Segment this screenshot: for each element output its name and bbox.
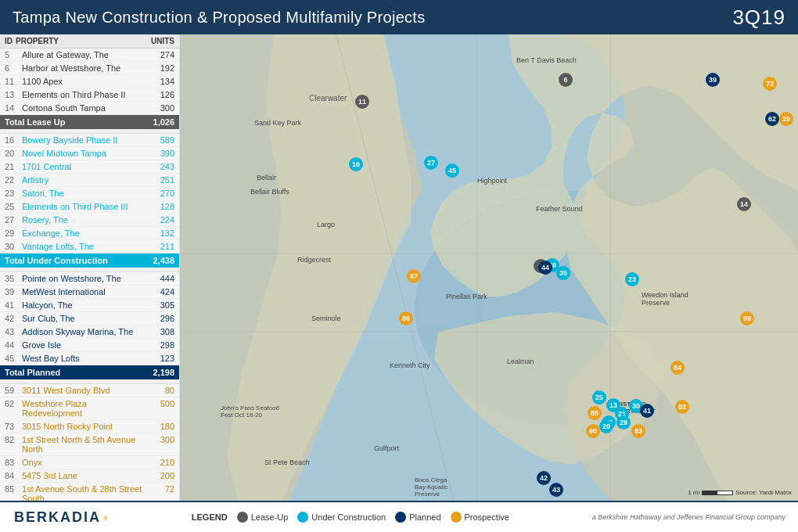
prospective-row-62: 62 Westshore Plaza Redevelopment 500 bbox=[0, 397, 179, 420]
map-label-bocaciega: Boca CiegaBay AquaticPreserve bbox=[415, 476, 448, 498]
legend-leaseup: Lease-Up bbox=[237, 512, 289, 523]
col-property: PROPERTY bbox=[16, 37, 148, 45]
col-id: ID bbox=[5, 37, 13, 45]
scale-line bbox=[702, 491, 733, 495]
marker-27[interactable]: 27 bbox=[424, 156, 438, 170]
construction-row-27: 27 Rosery, The 224 bbox=[0, 214, 179, 227]
marker-23[interactable]: 23 bbox=[625, 272, 639, 286]
legend-leaseup-label: Lease-Up bbox=[251, 512, 289, 522]
marker-29[interactable]: 29 bbox=[616, 415, 631, 430]
legend-planned-dot bbox=[395, 512, 406, 523]
legend-construction-dot bbox=[297, 512, 308, 523]
construction-row-16: 16 Bowery Bayside Phase II 589 bbox=[0, 134, 179, 147]
map-label-gulfport: Gulfport bbox=[374, 444, 399, 452]
quarter-label: 3Q19 bbox=[732, 5, 785, 30]
leaseup-row-11: 11 1100 Apex 134 bbox=[0, 75, 179, 88]
map-label-weedon: Weedon IslandPreserve bbox=[642, 291, 688, 307]
total-leaseup: Total Lease Up 1,026 bbox=[0, 115, 179, 129]
marker-43[interactable]: 43 bbox=[549, 483, 563, 497]
attribution: a Berkshire Hathaway and Jefferies Finan… bbox=[592, 513, 785, 521]
map-label-highpoint: Highpoint bbox=[477, 177, 507, 185]
marker-35[interactable]: 35 bbox=[556, 266, 570, 280]
legend-construction-label: Under Construction bbox=[311, 512, 386, 522]
map-label-largo: Largo bbox=[317, 221, 335, 228]
marker-11[interactable]: 11 bbox=[355, 95, 369, 109]
marker-87[interactable]: 87 bbox=[407, 269, 421, 283]
construction-row-23: 23 Satori, The 270 bbox=[0, 187, 179, 200]
marker-73[interactable]: 73 bbox=[763, 77, 777, 91]
legend-prospective-label: Prospective bbox=[465, 512, 509, 522]
planned-row-39: 39 MetWest International 424 bbox=[0, 286, 179, 299]
marker-83[interactable]: 83 bbox=[631, 424, 645, 438]
legend-prospective-dot bbox=[451, 512, 462, 523]
marker-86[interactable]: 86 bbox=[399, 311, 413, 325]
marker-85[interactable]: 85 bbox=[588, 406, 602, 420]
legend-leaseup-dot bbox=[237, 512, 248, 523]
planned-row-41: 41 Halcyon, The 305 bbox=[0, 299, 179, 312]
map-label-johnspass: John's Pass SeafoodFest Oct 18-20 bbox=[221, 404, 279, 419]
construction-row-22: 22 Artistry 251 bbox=[0, 174, 179, 187]
footer: BERKADIA ® LEGEND Lease-Up Under Constru… bbox=[0, 501, 798, 532]
total-construction: Total Under Construction 2,438 bbox=[0, 253, 179, 268]
scale-bar: 1 mi Source: Yardi Matrix bbox=[688, 489, 792, 496]
marker-84[interactable]: 84 bbox=[670, 361, 685, 375]
legend-title: LEGEND bbox=[192, 512, 228, 522]
map-label-ridgecrest: Ridgecrest bbox=[297, 256, 331, 264]
scale-label: 1 mi bbox=[688, 489, 699, 496]
map-label-stpetebeach: St Pete Beach bbox=[264, 458, 310, 466]
planned-row-35: 35 Pointe on Westshore, The 444 bbox=[0, 272, 179, 286]
map-label-bellair: Bellair bbox=[257, 174, 276, 182]
construction-row-30: 30 Vantage Lofts, The 211 bbox=[0, 240, 179, 253]
legend-planned: Planned bbox=[395, 512, 440, 523]
prospective-row-73: 73 3015 North Rocky Point 180 bbox=[0, 420, 179, 433]
page-header: Tampa New Construction & Proposed Multif… bbox=[0, 0, 798, 34]
marker-25[interactable]: 25 bbox=[592, 390, 606, 404]
marker-14[interactable]: 14 bbox=[737, 197, 751, 211]
marker-16[interactable]: 16 bbox=[349, 157, 363, 171]
prospective-row-82: 82 1st Street North & 5th Avenue North 3… bbox=[0, 433, 179, 456]
marker-20[interactable]: 20 bbox=[599, 419, 613, 433]
marker-39[interactable]: 39 bbox=[706, 73, 720, 87]
logo-text: BERKADIA bbox=[14, 509, 101, 526]
prospective-row-85: 85 1st Avenue South & 28th Street South … bbox=[0, 483, 179, 501]
leaseup-row-14: 14 Cortona South Tampa 300 bbox=[0, 102, 179, 115]
map-label-bellairbluffs: Bellair Bluffs bbox=[250, 188, 289, 196]
legend: LEGEND Lease-Up Under Construction Plann… bbox=[192, 512, 509, 523]
construction-row-21: 21 1701 Central 243 bbox=[0, 160, 179, 174]
col-units: UNITS bbox=[151, 37, 174, 45]
prospective-row-59: 59 3011 West Gandy Blvd 80 bbox=[0, 384, 179, 397]
map-label-sandkey: Sand Key Park bbox=[254, 119, 301, 127]
marker-42[interactable]: 42 bbox=[537, 471, 551, 485]
legend-prospective: Prospective bbox=[451, 512, 509, 523]
marker-62[interactable]: 62 bbox=[765, 112, 779, 126]
map-container: Clearwater Ben T Davis Beach Sand Key Pa… bbox=[180, 34, 798, 501]
marker-6[interactable]: 6 bbox=[559, 73, 573, 87]
map-label-bentdavis: Ben T Davis Beach bbox=[516, 56, 577, 64]
leaseup-row-13: 13 Elements on Third Phase II 126 bbox=[0, 88, 179, 102]
planned-row-45: 45 West Bay Lofts 123 bbox=[0, 352, 179, 365]
construction-row-29: 29 Exchange, The 132 bbox=[0, 227, 179, 240]
source-label: Source: Yardi Matrix bbox=[735, 489, 792, 496]
planned-row-43: 43 Addison Skyway Marina, The 308 bbox=[0, 325, 179, 339]
marker-45[interactable]: 45 bbox=[445, 164, 459, 178]
leaseup-row-6: 6 Harbor at Westshore, The 192 bbox=[0, 62, 179, 75]
total-planned: Total Planned 2,198 bbox=[0, 365, 179, 379]
berkadia-logo: BERKADIA ® bbox=[13, 509, 109, 526]
svg-text:Clearwater: Clearwater bbox=[309, 94, 347, 102]
marker-89[interactable]: 89 bbox=[740, 311, 754, 325]
map-label-lealman: Lealman bbox=[507, 358, 534, 365]
table-header: ID PROPERTY UNITS bbox=[0, 34, 179, 49]
marker-41[interactable]: 41 bbox=[640, 404, 654, 418]
planned-row-44: 44 Grove Isle 298 bbox=[0, 339, 179, 352]
legend-construction: Under Construction bbox=[297, 512, 386, 523]
legend-planned-label: Planned bbox=[409, 512, 440, 522]
marker-90[interactable]: 90 bbox=[586, 424, 600, 438]
construction-row-25: 25 Elements on Third Phase III 128 bbox=[0, 200, 179, 214]
leaseup-row-5: 5 Allure at Gateway, The 274 bbox=[0, 49, 179, 62]
map-label-kennethcity: Kenneth City bbox=[390, 361, 430, 369]
map-label-feathersound: Feather Sound bbox=[536, 205, 583, 213]
marker-20p[interactable]: 20 bbox=[779, 112, 793, 126]
marker-82[interactable]: 82 bbox=[675, 400, 689, 414]
marker-44[interactable]: 44 bbox=[538, 261, 552, 275]
prospective-row-83: 83 Onyx 210 bbox=[0, 456, 179, 469]
